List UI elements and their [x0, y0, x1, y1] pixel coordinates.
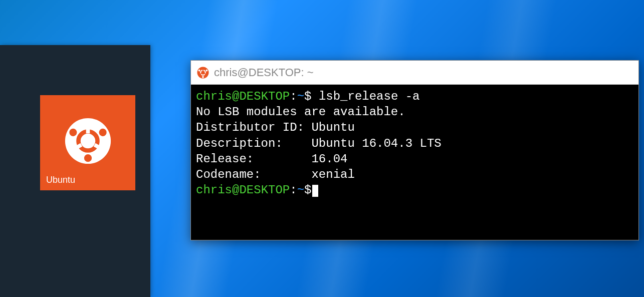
terminal-output-line: No LSB modules are available. [196, 104, 633, 120]
window-titlebar[interactable]: chris@DESKTOP: ~ [191, 61, 638, 85]
start-menu-panel: Ubuntu [0, 45, 150, 297]
prompt-at: @ [232, 183, 239, 197]
terminal-output-line: Codename: xenial [196, 167, 633, 182]
ubuntu-logo-icon [197, 67, 209, 79]
ubuntu-app-tile[interactable]: Ubuntu [40, 95, 135, 190]
svg-point-14 [202, 76, 204, 78]
terminal-line-prompt: chris@DESKTOP:~$ [196, 182, 633, 198]
svg-rect-10 [202, 69, 203, 71]
prompt-host: DESKTOP [239, 183, 290, 197]
ubuntu-logo-icon [64, 117, 112, 165]
prompt-colon: : [290, 183, 297, 197]
prompt-host: DESKTOP [239, 90, 290, 103]
prompt-path: ~ [297, 90, 304, 103]
prompt-user: chris [196, 183, 232, 197]
window-title: chris@DESKTOP: ~ [214, 66, 314, 79]
prompt-symbol: $ [304, 90, 311, 103]
terminal-output-line: Distributor ID: Ubuntu [196, 120, 633, 135]
terminal-body[interactable]: chris@DESKTOP:~$ lsb_release -a No LSB m… [191, 85, 638, 240]
prompt-colon: : [290, 90, 297, 103]
prompt-symbol: $ [304, 183, 311, 197]
prompt-path: ~ [297, 183, 304, 197]
terminal-output-line: Release: 16.04 [196, 151, 633, 167]
prompt-user: chris [196, 90, 232, 103]
command-typed: lsb_release -a [319, 90, 420, 103]
svg-point-6 [84, 154, 91, 162]
terminal-output-line: Description: Ubuntu 16.04.3 LTS [196, 136, 633, 151]
terminal-window[interactable]: chris@DESKTOP: ~ chris@DESKTOP:~$ lsb_re… [190, 60, 639, 240]
svg-rect-2 [86, 127, 90, 133]
cursor-icon [312, 185, 318, 197]
terminal-line-command: chris@DESKTOP:~$ lsb_release -a [196, 89, 633, 104]
prompt-at: @ [232, 90, 239, 103]
tile-label: Ubuntu [46, 175, 75, 185]
command-text [311, 90, 318, 103]
